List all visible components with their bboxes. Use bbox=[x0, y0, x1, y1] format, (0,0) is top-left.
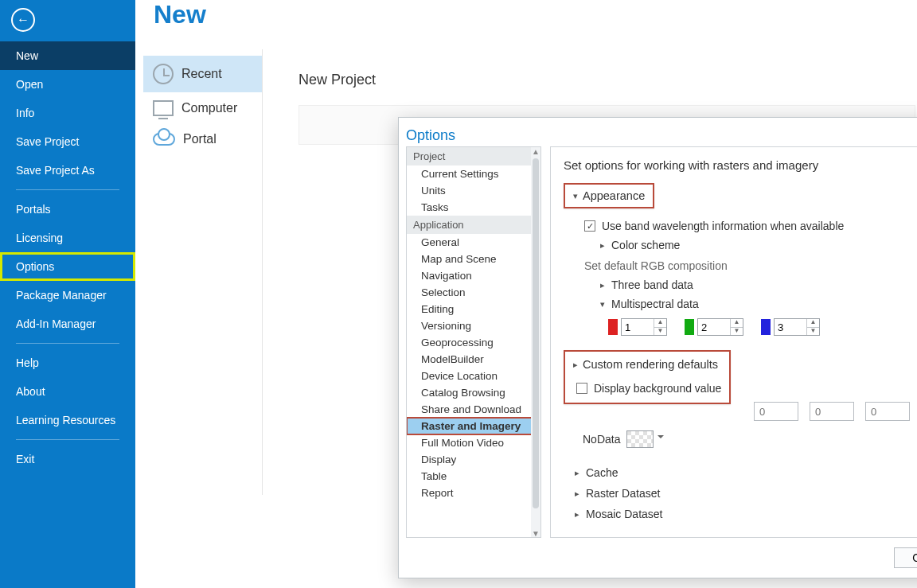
bg-value-2[interactable] bbox=[810, 402, 854, 421]
tree-item-editing[interactable]: Editing bbox=[407, 301, 540, 317]
spin-down-icon[interactable]: ▼ bbox=[730, 328, 743, 336]
band-red-spinner[interactable]: ▲▼ bbox=[621, 318, 667, 336]
band-blue: ▲▼ bbox=[761, 318, 820, 336]
spin-down-icon[interactable]: ▼ bbox=[654, 328, 666, 336]
sidebar-item-learning-resources[interactable]: Learning Resources bbox=[0, 406, 135, 434]
nodata-color-picker[interactable] bbox=[626, 430, 654, 448]
bg-value-3[interactable] bbox=[865, 402, 910, 421]
sidebar-item-about[interactable]: About bbox=[0, 377, 135, 406]
tree-item-device-location[interactable]: Device Location bbox=[407, 368, 540, 384]
multispectral-row[interactable]: ▾ Multispectral data bbox=[600, 298, 917, 310]
band-green-spinner[interactable]: ▲▼ bbox=[697, 318, 743, 336]
tree-item-geoprocessing[interactable]: Geoprocessing bbox=[407, 334, 540, 351]
location-list: Recent Computer Portal bbox=[143, 49, 263, 495]
location-label: Recent bbox=[181, 67, 222, 81]
sidebar-item-package-manager[interactable]: Package Manager bbox=[0, 281, 135, 310]
tree-item-map-and-scene[interactable]: Map and Scene bbox=[407, 251, 540, 267]
clock-icon bbox=[153, 64, 174, 84]
tree-item-general[interactable]: General bbox=[407, 234, 540, 251]
location-portal[interactable]: Portal bbox=[143, 124, 262, 154]
band-red-input[interactable] bbox=[622, 319, 654, 335]
spin-down-icon[interactable]: ▼ bbox=[806, 328, 819, 336]
tree-group-project[interactable]: Project bbox=[407, 147, 540, 165]
tree-item-raster-and-imagery[interactable]: Raster and Imagery bbox=[407, 418, 540, 434]
sidebar-divider bbox=[16, 343, 119, 344]
band-blue-input[interactable] bbox=[775, 319, 806, 335]
tree-item-selection[interactable]: Selection bbox=[407, 284, 540, 301]
mosaic-dataset-section[interactable]: ▸ Mosaic Dataset bbox=[575, 508, 917, 520]
sidebar-item-new[interactable]: New bbox=[0, 41, 135, 70]
tree-group-application[interactable]: Application bbox=[407, 216, 540, 234]
nodata-row: NoData bbox=[583, 430, 654, 448]
green-swatch-icon bbox=[685, 319, 694, 335]
backstage-sidebar: ← New Open Info Save Project Save Projec… bbox=[0, 0, 135, 588]
location-computer[interactable]: Computer bbox=[143, 92, 262, 124]
tree-item-report[interactable]: Report bbox=[407, 485, 540, 501]
use-band-checkbox[interactable]: ✓ bbox=[584, 220, 595, 232]
rgb-composition-label: Set default RGB composition bbox=[584, 259, 917, 272]
tree-item-share-and-download[interactable]: Share and Download bbox=[407, 401, 540, 418]
custom-rendering-highlight: ▸ Custom rendering defaults Display back… bbox=[564, 350, 731, 404]
chevron-right-icon: ▸ bbox=[575, 468, 579, 478]
ok-button[interactable]: OK bbox=[894, 547, 917, 568]
options-dialog: Options Project Current Settings Units T… bbox=[398, 117, 917, 578]
appearance-section[interactable]: ▾ Appearance bbox=[567, 186, 651, 205]
tree-item-versioning[interactable]: Versioning bbox=[407, 317, 540, 334]
tree-item-full-motion-video[interactable]: Full Motion Video bbox=[407, 434, 540, 451]
custom-rendering-section[interactable]: ▸ Custom rendering defaults bbox=[573, 356, 718, 372]
sidebar-item-info[interactable]: Info bbox=[0, 99, 135, 127]
tree-item-display[interactable]: Display bbox=[407, 451, 540, 468]
location-recent[interactable]: Recent bbox=[143, 56, 262, 92]
band-green-input[interactable] bbox=[698, 319, 730, 335]
bg-value-controls: as bbox=[754, 402, 917, 421]
display-bg-row: Display background value bbox=[576, 382, 721, 395]
custom-rendering-label: Custom rendering defaults bbox=[583, 358, 718, 371]
options-panel: Set options for working with rasters and… bbox=[550, 146, 917, 538]
tree-item-modelbuilder[interactable]: ModelBuilder bbox=[407, 351, 540, 368]
scroll-thumb[interactable] bbox=[533, 158, 539, 508]
spin-up-icon[interactable]: ▲ bbox=[654, 319, 666, 328]
backstage-page: New Recent Computer Portal New Project l… bbox=[135, 0, 917, 588]
use-band-row: ✓ Use band wavelength information when a… bbox=[584, 220, 917, 232]
scroll-up-icon[interactable]: ▲ bbox=[532, 147, 540, 155]
tree-item-tasks[interactable]: Tasks bbox=[407, 199, 540, 216]
mosaic-dataset-label: Mosaic Dataset bbox=[586, 508, 662, 520]
location-label: Computer bbox=[181, 101, 237, 115]
chevron-right-icon: ▸ bbox=[600, 240, 605, 251]
back-button[interactable]: ← bbox=[11, 8, 35, 32]
display-bg-checkbox[interactable] bbox=[576, 383, 587, 394]
bg-value-1[interactable] bbox=[754, 402, 798, 421]
sidebar-item-licensing[interactable]: Licensing bbox=[0, 224, 135, 252]
cache-label: Cache bbox=[586, 466, 618, 479]
sidebar-item-options[interactable]: Options bbox=[0, 252, 135, 281]
computer-icon bbox=[153, 100, 174, 116]
tree-scrollbar[interactable]: ▲ ▼ bbox=[531, 147, 540, 537]
sidebar-item-help[interactable]: Help bbox=[0, 349, 135, 377]
spin-up-icon[interactable]: ▲ bbox=[806, 319, 819, 328]
sidebar-item-open[interactable]: Open bbox=[0, 70, 135, 99]
scroll-down-icon[interactable]: ▼ bbox=[532, 529, 540, 537]
chevron-right-icon: ▸ bbox=[573, 360, 578, 370]
use-band-label: Use band wavelength information when ava… bbox=[602, 220, 844, 232]
raster-dataset-section[interactable]: ▸ Raster Dataset bbox=[575, 487, 917, 500]
cloud-icon bbox=[153, 133, 175, 146]
color-scheme-row[interactable]: ▸ Color scheme bbox=[600, 239, 917, 251]
three-band-row[interactable]: ▸ Three band data bbox=[600, 278, 917, 291]
new-project-heading: New Project bbox=[299, 72, 376, 88]
tree-item-table[interactable]: Table bbox=[407, 468, 540, 485]
sidebar-item-save-project[interactable]: Save Project bbox=[0, 127, 135, 156]
tree-item-catalog-browsing[interactable]: Catalog Browsing bbox=[407, 384, 540, 401]
tree-item-current-settings[interactable]: Current Settings bbox=[407, 165, 540, 182]
sidebar-item-exit[interactable]: Exit bbox=[0, 445, 135, 473]
cache-section[interactable]: ▸ Cache bbox=[575, 466, 917, 479]
appearance-highlight: ▾ Appearance bbox=[564, 183, 654, 208]
sidebar-item-portals[interactable]: Portals bbox=[0, 195, 135, 224]
sidebar-item-add-in-manager[interactable]: Add-In Manager bbox=[0, 310, 135, 338]
band-blue-spinner[interactable]: ▲▼ bbox=[774, 318, 820, 336]
sidebar-divider bbox=[16, 189, 119, 190]
band-red: ▲▼ bbox=[608, 318, 667, 336]
tree-item-units[interactable]: Units bbox=[407, 182, 540, 199]
tree-item-navigation[interactable]: Navigation bbox=[407, 267, 540, 284]
spin-up-icon[interactable]: ▲ bbox=[730, 319, 743, 328]
sidebar-item-save-project-as[interactable]: Save Project As bbox=[0, 156, 135, 185]
